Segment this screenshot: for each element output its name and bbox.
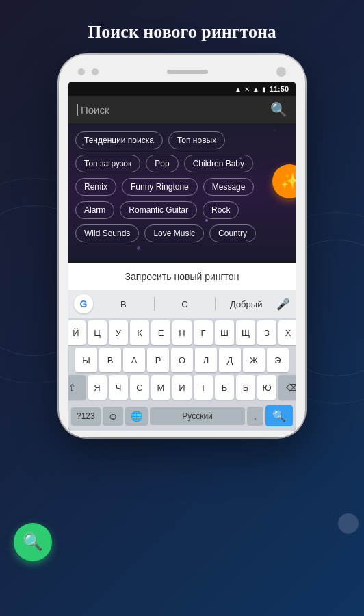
key-й[interactable]: Й — [68, 320, 86, 345]
tag-country[interactable]: Country — [209, 224, 256, 242]
phone-mockup: ▲ ✕ ▲ ▮ 11:50 Поиск 🔍 Тен — [59, 55, 305, 437]
sparkle-6 — [89, 205, 90, 207]
key-ь[interactable]: Ь — [215, 375, 234, 400]
key-м[interactable]: М — [151, 375, 170, 400]
key-row-1: Й Ц У К Е Н Г Ш Щ З Х — [71, 320, 293, 345]
tag-funny-ringtone[interactable]: Funny Ringtone — [122, 178, 198, 196]
camera-dot-1 — [78, 68, 85, 75]
key-н[interactable]: Н — [172, 320, 192, 345]
key-о[interactable]: О — [171, 348, 193, 372]
front-camera — [276, 67, 286, 77]
suggestion-2[interactable]: С — [157, 299, 213, 309]
emoji-key[interactable]: ☺ — [103, 407, 123, 426]
keyboard-rows: Й Ц У К Е Н Г Ш Щ З Х Ы В А Р — [68, 318, 296, 404]
tag-love-music[interactable]: Love Music — [144, 224, 204, 242]
key-ч[interactable]: Ч — [109, 375, 128, 400]
tag-wild-sounds[interactable]: Wild Sounds — [75, 224, 139, 242]
page-title: Поиск нового рингтона — [88, 22, 276, 42]
status-bar: ▲ ✕ ▲ ▮ 11:50 — [68, 82, 296, 96]
search-button[interactable]: 🔍 — [270, 101, 287, 118]
key-д[interactable]: Д — [219, 348, 241, 372]
signal-icon: ▲ — [235, 86, 242, 93]
tag-alarm[interactable]: Alarm — [75, 201, 114, 219]
key-row-2: Ы В А Р О Л Д Ж Э — [71, 348, 293, 372]
phone-camera-area — [78, 68, 99, 75]
fireworks-icon: ✨ — [281, 172, 296, 190]
key-с[interactable]: С — [130, 375, 149, 400]
tag-children-baby[interactable]: Children Baby — [184, 155, 253, 172]
status-time: 11:50 — [270, 85, 289, 93]
sparkle-2 — [123, 164, 125, 166]
decorative-circle-right — [338, 513, 359, 534]
key-ю[interactable]: Ю — [257, 375, 276, 400]
key-щ[interactable]: Щ — [236, 320, 255, 345]
key-ж[interactable]: Ж — [243, 348, 265, 372]
symbol-key[interactable]: ?123 — [71, 407, 101, 425]
key-и[interactable]: И — [172, 375, 192, 400]
key-э[interactable]: Э — [267, 348, 289, 372]
green-search-fab[interactable]: 🔍 — [14, 523, 52, 561]
tags-row-3: Remix Funny Ringtone Message — [75, 178, 289, 196]
key-ц[interactable]: Ц — [88, 320, 107, 345]
x-signal-icon: ✕ — [244, 86, 250, 93]
tag-message[interactable]: Message — [203, 178, 255, 196]
period-key[interactable]: . — [247, 407, 263, 426]
sparkle-5 — [274, 130, 275, 131]
key-б[interactable]: Б — [236, 375, 255, 400]
keyboard: G В С Добрый 🎤 Й Ц У К Е Н Г — [68, 290, 296, 431]
key-row-3: ⇧ Я Ч С М И Т Ь Б Ю ⌫ — [71, 375, 293, 400]
tag-remix[interactable]: Remix — [75, 178, 116, 196]
google-logo: G — [74, 294, 93, 313]
tags-row-1: Тенденции поиска Топ новых — [75, 131, 289, 149]
phone-screen: ▲ ✕ ▲ ▮ 11:50 Поиск 🔍 Тен — [68, 82, 296, 431]
tag-romantic-guitar[interactable]: Romantic Guitar — [120, 201, 197, 219]
sparkle-1 — [82, 144, 84, 146]
tags-row-5: Wild Sounds Love Music Country — [75, 224, 289, 242]
key-ы[interactable]: Ы — [75, 348, 97, 372]
camera-dot-2 — [92, 68, 99, 75]
divider-1 — [154, 297, 155, 311]
green-search-icon: 🔍 — [23, 532, 43, 552]
key-х[interactable]: Х — [278, 320, 296, 345]
phone-speaker — [167, 70, 208, 74]
status-icons: ▲ ✕ ▲ ▮ — [235, 86, 266, 93]
request-ringtone-button[interactable]: Запросить новый рингтон — [68, 263, 296, 290]
sparkle-9 — [137, 246, 140, 250]
divider-2 — [215, 297, 216, 311]
sparkle-8 — [246, 240, 248, 241]
key-у[interactable]: У — [109, 320, 128, 345]
key-з[interactable]: З — [257, 320, 276, 345]
tag-top-downloads[interactable]: Топ загрузок — [75, 155, 140, 172]
search-input[interactable]: Поиск — [77, 104, 265, 116]
backspace-key[interactable]: ⌫ — [278, 375, 296, 400]
search-bar[interactable]: Поиск 🔍 — [68, 96, 296, 123]
phone-top-bar — [68, 67, 296, 77]
key-я[interactable]: Я — [88, 375, 107, 400]
key-р[interactable]: Р — [147, 348, 169, 372]
key-к[interactable]: К — [130, 320, 149, 345]
tag-rock[interactable]: Rock — [203, 201, 239, 219]
globe-key[interactable]: 🌐 — [125, 407, 148, 426]
sparkle-4 — [239, 157, 242, 159]
sparkle-3 — [171, 137, 172, 138]
key-а[interactable]: А — [123, 348, 145, 372]
keyboard-bottom-row: ?123 ☺ 🌐 Русский . 🔍 — [68, 404, 296, 431]
tags-row-4: Alarm Romantic Guitar Rock — [75, 201, 289, 219]
key-л[interactable]: Л — [195, 348, 217, 372]
tags-row-2: Топ загрузок Pop Children Baby — [75, 155, 289, 172]
key-е[interactable]: Е — [151, 320, 170, 345]
language-key[interactable]: Русский — [150, 407, 245, 425]
key-т[interactable]: Т — [194, 375, 213, 400]
suggestion-1[interactable]: В — [96, 299, 151, 309]
tag-top-new[interactable]: Топ новых — [168, 131, 225, 149]
key-в[interactable]: В — [99, 348, 121, 372]
suggestion-3[interactable]: Добрый — [218, 299, 274, 309]
key-г[interactable]: Г — [194, 320, 213, 345]
tag-pop[interactable]: Pop — [146, 155, 178, 172]
key-ш[interactable]: Ш — [215, 320, 234, 345]
shift-key[interactable]: ⇧ — [68, 375, 86, 400]
mic-icon[interactable]: 🎤 — [276, 298, 290, 311]
keyboard-search-key[interactable]: 🔍 — [265, 405, 293, 426]
keyboard-suggestion-row: G В С Добрый 🎤 — [68, 290, 296, 318]
tag-trending[interactable]: Тенденции поиска — [75, 131, 163, 149]
